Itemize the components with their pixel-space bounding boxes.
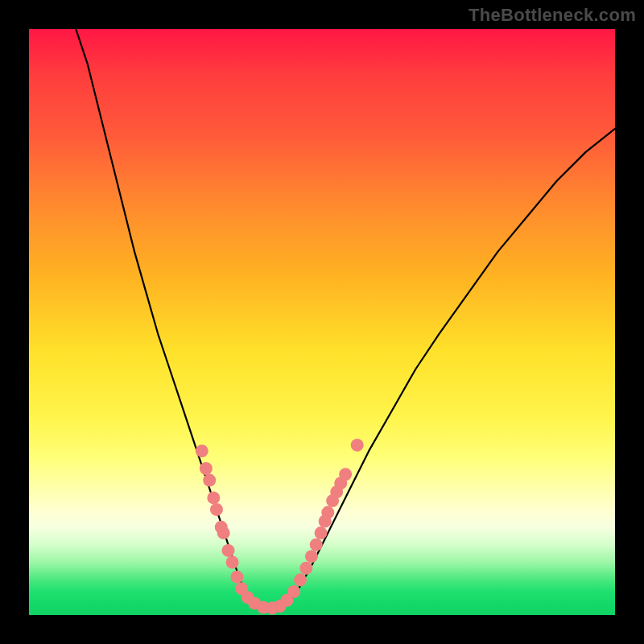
curve-marker — [305, 550, 318, 563]
curve-marker — [217, 526, 230, 539]
curve-marker — [196, 444, 208, 457]
curve-marker — [222, 544, 235, 557]
curve-marker — [351, 439, 364, 452]
curve-markers — [196, 439, 364, 614]
bottleneck-curve — [76, 29, 615, 609]
curve-marker — [226, 555, 239, 568]
curve-marker — [287, 585, 300, 598]
chart-stage: TheBottleneck.com — [0, 0, 644, 644]
curve-marker — [210, 503, 223, 516]
curve-marker — [207, 491, 220, 504]
plot-area — [29, 29, 615, 615]
curve-marker — [299, 562, 312, 575]
curve-marker — [200, 462, 213, 475]
curve-marker — [339, 468, 352, 481]
curve-marker — [321, 506, 334, 519]
curve-marker — [315, 526, 328, 539]
curve-marker — [203, 474, 216, 487]
curve-marker — [230, 571, 243, 584]
curve-marker — [310, 539, 323, 551]
curve-layer — [29, 29, 615, 615]
watermark-text: TheBottleneck.com — [469, 5, 636, 26]
curve-marker — [294, 573, 307, 586]
